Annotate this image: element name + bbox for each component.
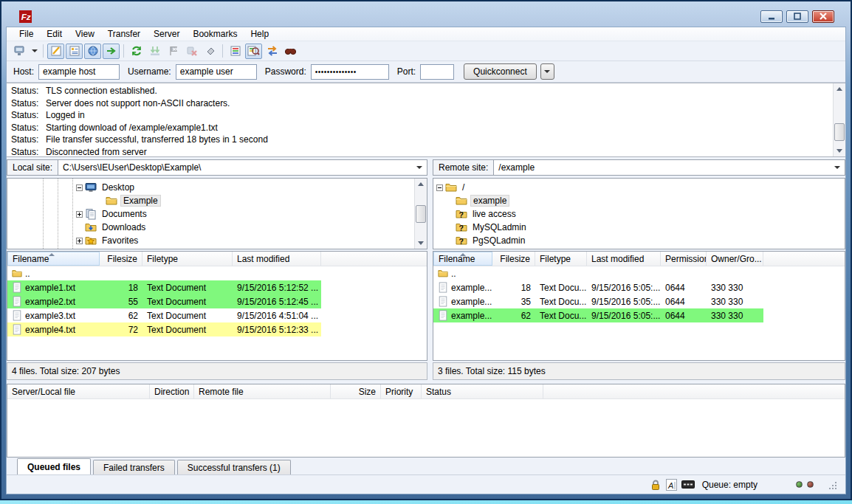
- site-manager-button[interactable]: [11, 44, 28, 59]
- cancel-button[interactable]: [165, 44, 182, 59]
- desktop-icon: [85, 182, 97, 193]
- column-header-last-modified[interactable]: Last modified: [587, 252, 661, 266]
- scrollbar-thumb[interactable]: [416, 205, 426, 223]
- refresh-button[interactable]: [128, 44, 145, 59]
- tree-item-favorites[interactable]: Favorites: [7, 234, 427, 247]
- pane-splitter[interactable]: [427, 159, 433, 380]
- data-type-icon[interactable]: A: [666, 479, 677, 491]
- directory-comparison-button[interactable]: [245, 44, 262, 59]
- file-row[interactable]: example1.txt 18 Text Document 9/15/2016 …: [7, 280, 321, 294]
- log-type: Status:: [11, 122, 46, 133]
- scrollbar-thumb[interactable]: [834, 123, 845, 141]
- quickconnect-dropdown[interactable]: [540, 63, 554, 80]
- menu-view[interactable]: View: [69, 27, 101, 41]
- file-row-parent-dir[interactable]: ..: [7, 266, 321, 280]
- tree-item-live-access[interactable]: live access: [433, 207, 845, 221]
- file-row[interactable]: example... 35 Text Docu... 9/15/2016 5:0…: [433, 294, 763, 308]
- toggle-message-log-button[interactable]: [47, 44, 64, 59]
- tab-queued-files[interactable]: Queued files: [17, 458, 91, 474]
- titlebar[interactable]: Fz: [6, 6, 846, 27]
- scroll-down-icon[interactable]: [415, 238, 427, 249]
- column-header-remote-file[interactable]: Remote file: [194, 384, 331, 398]
- column-header-size[interactable]: Size: [331, 384, 381, 398]
- tree-item-downloads[interactable]: Downloads: [7, 221, 427, 234]
- menu-edit[interactable]: Edit: [40, 27, 69, 41]
- transfer-queue: Server/Local file Direction Remote file …: [7, 384, 845, 458]
- tab-successful-transfers[interactable]: Successful transfers (1): [177, 460, 291, 474]
- column-header-filename[interactable]: Filename: [7, 252, 100, 266]
- column-header-owner-group[interactable]: Owner/Gro...: [707, 252, 763, 266]
- collapse-expander-icon[interactable]: [436, 184, 443, 191]
- file-row[interactable]: example2.txt 55 Text Document 9/15/2016 …: [7, 294, 321, 308]
- resize-grip[interactable]: [828, 481, 838, 491]
- column-header-permissions[interactable]: Permissions: [661, 252, 707, 266]
- menu-help[interactable]: Help: [244, 27, 275, 41]
- close-button[interactable]: [812, 10, 834, 23]
- text-document-icon: [12, 310, 22, 321]
- tree-item-documents[interactable]: Documents: [7, 207, 427, 221]
- tree-item-label: MySQLadmin: [470, 222, 529, 232]
- expand-expander-icon[interactable]: [76, 211, 83, 218]
- file-row[interactable]: example3.txt 62 Text Document 9/15/2016 …: [7, 308, 321, 322]
- find-button[interactable]: [282, 44, 299, 59]
- menu-server[interactable]: Server: [147, 27, 186, 41]
- log-message: Disconnected from server: [46, 147, 147, 157]
- maximize-button[interactable]: [786, 10, 808, 23]
- minimize-button[interactable]: [760, 10, 783, 23]
- tree-item-pgsqladmin[interactable]: PgSQLadmin: [433, 234, 845, 247]
- scroll-down-icon[interactable]: [834, 145, 845, 156]
- username-label: Username:: [128, 66, 172, 77]
- process-queue-button[interactable]: [146, 44, 163, 59]
- column-header-filetype[interactable]: Filetype: [142, 252, 233, 266]
- column-header-filetype[interactable]: Filetype: [535, 252, 587, 266]
- collapse-expander-icon[interactable]: [76, 184, 83, 191]
- browser-panes: Local site: C:\Users\IEUser\Desktop\Exam…: [7, 157, 845, 380]
- tree-item-example[interactable]: Example: [7, 194, 427, 207]
- filter-button[interactable]: [227, 44, 244, 59]
- toggle-transfer-queue-button[interactable]: [103, 44, 120, 59]
- tab-failed-transfers[interactable]: Failed transfers: [93, 460, 175, 474]
- menu-file[interactable]: File: [13, 27, 40, 41]
- column-header-filesize[interactable]: Filesize: [492, 252, 535, 266]
- column-header-server-local-file[interactable]: Server/Local file: [7, 384, 150, 398]
- username-input[interactable]: [176, 64, 257, 80]
- column-header-status[interactable]: Status: [422, 384, 543, 398]
- tree-item-mysqladmin[interactable]: MySQLadmin: [433, 221, 845, 234]
- toggle-local-tree-button[interactable]: [66, 44, 83, 59]
- minimize-icon: [766, 11, 777, 21]
- text-document-icon: [438, 310, 448, 321]
- local-tree-scrollbar[interactable]: [414, 179, 427, 249]
- tree-item-example[interactable]: example: [433, 194, 845, 207]
- tree-item-root[interactable]: /: [433, 181, 845, 194]
- column-header-filesize[interactable]: Filesize: [100, 252, 142, 266]
- log-scrollbar[interactable]: [833, 83, 845, 156]
- tree-item-desktop[interactable]: Desktop: [7, 181, 427, 194]
- file-row[interactable]: example... 62 Text Docu... 9/15/2016 5:0…: [433, 308, 763, 322]
- toggle-remote-tree-button[interactable]: [84, 44, 101, 59]
- site-manager-dropdown[interactable]: [30, 44, 39, 59]
- abort-button[interactable]: [202, 44, 219, 59]
- menu-bookmarks[interactable]: Bookmarks: [186, 27, 244, 41]
- file-row[interactable]: example... 18 Text Docu... 9/15/2016 5:0…: [433, 280, 763, 294]
- scroll-up-icon[interactable]: [834, 83, 845, 94]
- expand-expander-icon[interactable]: [76, 238, 83, 244]
- disconnect-button[interactable]: [183, 44, 200, 59]
- sync-browsing-button[interactable]: [264, 44, 281, 59]
- host-input[interactable]: [38, 64, 120, 80]
- local-site-combo[interactable]: C:\Users\IEUser\Desktop\Example\: [58, 159, 427, 176]
- column-header-priority[interactable]: Priority: [381, 384, 422, 398]
- lock-icon[interactable]: [650, 479, 662, 491]
- file-row[interactable]: example4.txt 72 Text Document 9/15/2016 …: [7, 322, 321, 336]
- menu-transfer[interactable]: Transfer: [101, 27, 147, 41]
- speed-limit-icon[interactable]: [681, 480, 695, 489]
- scroll-up-icon[interactable]: [415, 179, 427, 190]
- sort-ascending-icon: [49, 253, 55, 256]
- column-header-filename[interactable]: Filename: [433, 252, 492, 266]
- column-header-direction[interactable]: Direction: [150, 384, 194, 398]
- port-input[interactable]: [420, 64, 454, 80]
- password-input[interactable]: [311, 64, 389, 80]
- file-row-parent-dir[interactable]: ..: [433, 266, 763, 280]
- quickconnect-button[interactable]: Quickconnect: [464, 63, 537, 80]
- column-header-last-modified[interactable]: Last modified: [233, 252, 321, 266]
- remote-site-combo[interactable]: /example: [494, 159, 845, 176]
